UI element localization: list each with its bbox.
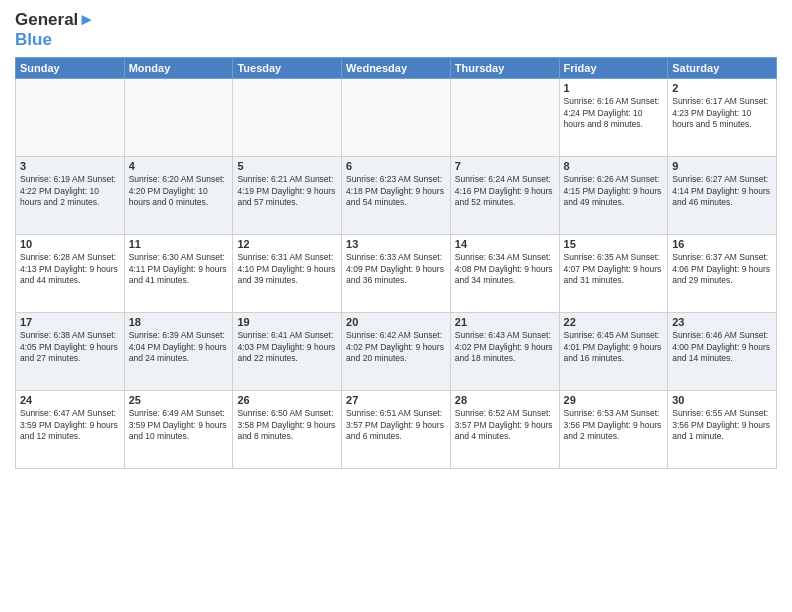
cell-info: Sunrise: 6:51 AM Sunset: 3:57 PM Dayligh… (346, 408, 446, 442)
day-number: 23 (672, 316, 772, 328)
cell-info: Sunrise: 6:49 AM Sunset: 3:59 PM Dayligh… (129, 408, 229, 442)
cell-info: Sunrise: 6:42 AM Sunset: 4:02 PM Dayligh… (346, 330, 446, 364)
cell-info: Sunrise: 6:31 AM Sunset: 4:10 PM Dayligh… (237, 252, 337, 286)
calendar-cell: 26Sunrise: 6:50 AM Sunset: 3:58 PM Dayli… (233, 391, 342, 469)
calendar-cell: 25Sunrise: 6:49 AM Sunset: 3:59 PM Dayli… (124, 391, 233, 469)
weekday-header-row: SundayMondayTuesdayWednesdayThursdayFrid… (16, 58, 777, 79)
calendar-cell: 22Sunrise: 6:45 AM Sunset: 4:01 PM Dayli… (559, 313, 668, 391)
cell-info: Sunrise: 6:17 AM Sunset: 4:23 PM Dayligh… (672, 96, 772, 130)
calendar-cell (124, 79, 233, 157)
day-number: 19 (237, 316, 337, 328)
calendar-cell: 17Sunrise: 6:38 AM Sunset: 4:05 PM Dayli… (16, 313, 125, 391)
cell-info: Sunrise: 6:46 AM Sunset: 4:00 PM Dayligh… (672, 330, 772, 364)
calendar-week-1: 1Sunrise: 6:16 AM Sunset: 4:24 PM Daylig… (16, 79, 777, 157)
calendar-cell: 1Sunrise: 6:16 AM Sunset: 4:24 PM Daylig… (559, 79, 668, 157)
calendar-cell: 14Sunrise: 6:34 AM Sunset: 4:08 PM Dayli… (450, 235, 559, 313)
calendar-cell: 2Sunrise: 6:17 AM Sunset: 4:23 PM Daylig… (668, 79, 777, 157)
calendar-cell (16, 79, 125, 157)
day-number: 28 (455, 394, 555, 406)
day-number: 30 (672, 394, 772, 406)
cell-info: Sunrise: 6:52 AM Sunset: 3:57 PM Dayligh… (455, 408, 555, 442)
cell-info: Sunrise: 6:34 AM Sunset: 4:08 PM Dayligh… (455, 252, 555, 286)
calendar-cell (233, 79, 342, 157)
calendar-cell: 9Sunrise: 6:27 AM Sunset: 4:14 PM Daylig… (668, 157, 777, 235)
cell-info: Sunrise: 6:35 AM Sunset: 4:07 PM Dayligh… (564, 252, 664, 286)
day-number: 2 (672, 82, 772, 94)
day-number: 22 (564, 316, 664, 328)
day-number: 8 (564, 160, 664, 172)
day-number: 26 (237, 394, 337, 406)
day-number: 9 (672, 160, 772, 172)
day-number: 3 (20, 160, 120, 172)
day-number: 4 (129, 160, 229, 172)
day-number: 7 (455, 160, 555, 172)
calendar-cell: 29Sunrise: 6:53 AM Sunset: 3:56 PM Dayli… (559, 391, 668, 469)
calendar-week-3: 10Sunrise: 6:28 AM Sunset: 4:13 PM Dayli… (16, 235, 777, 313)
day-number: 24 (20, 394, 120, 406)
calendar-cell: 13Sunrise: 6:33 AM Sunset: 4:09 PM Dayli… (342, 235, 451, 313)
day-number: 6 (346, 160, 446, 172)
cell-info: Sunrise: 6:20 AM Sunset: 4:20 PM Dayligh… (129, 174, 229, 208)
cell-info: Sunrise: 6:28 AM Sunset: 4:13 PM Dayligh… (20, 252, 120, 286)
calendar-cell (450, 79, 559, 157)
cell-info: Sunrise: 6:39 AM Sunset: 4:04 PM Dayligh… (129, 330, 229, 364)
calendar-table: SundayMondayTuesdayWednesdayThursdayFrid… (15, 57, 777, 469)
calendar-cell: 19Sunrise: 6:41 AM Sunset: 4:03 PM Dayli… (233, 313, 342, 391)
cell-info: Sunrise: 6:16 AM Sunset: 4:24 PM Dayligh… (564, 96, 664, 130)
cell-info: Sunrise: 6:41 AM Sunset: 4:03 PM Dayligh… (237, 330, 337, 364)
day-number: 25 (129, 394, 229, 406)
logo-text-blue: Blue (15, 30, 95, 50)
cell-info: Sunrise: 6:21 AM Sunset: 4:19 PM Dayligh… (237, 174, 337, 208)
calendar-cell: 5Sunrise: 6:21 AM Sunset: 4:19 PM Daylig… (233, 157, 342, 235)
calendar-cell: 6Sunrise: 6:23 AM Sunset: 4:18 PM Daylig… (342, 157, 451, 235)
cell-info: Sunrise: 6:45 AM Sunset: 4:01 PM Dayligh… (564, 330, 664, 364)
day-number: 27 (346, 394, 446, 406)
calendar-cell: 27Sunrise: 6:51 AM Sunset: 3:57 PM Dayli… (342, 391, 451, 469)
logo: General► Blue (15, 10, 95, 49)
cell-info: Sunrise: 6:26 AM Sunset: 4:15 PM Dayligh… (564, 174, 664, 208)
cell-info: Sunrise: 6:23 AM Sunset: 4:18 PM Dayligh… (346, 174, 446, 208)
day-number: 17 (20, 316, 120, 328)
calendar-week-2: 3Sunrise: 6:19 AM Sunset: 4:22 PM Daylig… (16, 157, 777, 235)
cell-info: Sunrise: 6:37 AM Sunset: 4:06 PM Dayligh… (672, 252, 772, 286)
calendar-cell: 20Sunrise: 6:42 AM Sunset: 4:02 PM Dayli… (342, 313, 451, 391)
day-number: 11 (129, 238, 229, 250)
weekday-header-thursday: Thursday (450, 58, 559, 79)
calendar-cell: 15Sunrise: 6:35 AM Sunset: 4:07 PM Dayli… (559, 235, 668, 313)
cell-info: Sunrise: 6:53 AM Sunset: 3:56 PM Dayligh… (564, 408, 664, 442)
calendar-cell: 24Sunrise: 6:47 AM Sunset: 3:59 PM Dayli… (16, 391, 125, 469)
calendar-cell: 3Sunrise: 6:19 AM Sunset: 4:22 PM Daylig… (16, 157, 125, 235)
cell-info: Sunrise: 6:24 AM Sunset: 4:16 PM Dayligh… (455, 174, 555, 208)
weekday-header-sunday: Sunday (16, 58, 125, 79)
weekday-header-friday: Friday (559, 58, 668, 79)
calendar-week-4: 17Sunrise: 6:38 AM Sunset: 4:05 PM Dayli… (16, 313, 777, 391)
calendar-week-5: 24Sunrise: 6:47 AM Sunset: 3:59 PM Dayli… (16, 391, 777, 469)
calendar-cell: 16Sunrise: 6:37 AM Sunset: 4:06 PM Dayli… (668, 235, 777, 313)
calendar-cell: 28Sunrise: 6:52 AM Sunset: 3:57 PM Dayli… (450, 391, 559, 469)
weekday-header-monday: Monday (124, 58, 233, 79)
day-number: 21 (455, 316, 555, 328)
calendar-cell: 4Sunrise: 6:20 AM Sunset: 4:20 PM Daylig… (124, 157, 233, 235)
calendar-cell: 18Sunrise: 6:39 AM Sunset: 4:04 PM Dayli… (124, 313, 233, 391)
cell-info: Sunrise: 6:43 AM Sunset: 4:02 PM Dayligh… (455, 330, 555, 364)
calendar-cell: 30Sunrise: 6:55 AM Sunset: 3:56 PM Dayli… (668, 391, 777, 469)
day-number: 20 (346, 316, 446, 328)
page-header: General► Blue (15, 10, 777, 49)
calendar-cell: 23Sunrise: 6:46 AM Sunset: 4:00 PM Dayli… (668, 313, 777, 391)
weekday-header-saturday: Saturday (668, 58, 777, 79)
cell-info: Sunrise: 6:55 AM Sunset: 3:56 PM Dayligh… (672, 408, 772, 442)
day-number: 18 (129, 316, 229, 328)
calendar-cell: 11Sunrise: 6:30 AM Sunset: 4:11 PM Dayli… (124, 235, 233, 313)
cell-info: Sunrise: 6:47 AM Sunset: 3:59 PM Dayligh… (20, 408, 120, 442)
cell-info: Sunrise: 6:33 AM Sunset: 4:09 PM Dayligh… (346, 252, 446, 286)
calendar-cell (342, 79, 451, 157)
cell-info: Sunrise: 6:38 AM Sunset: 4:05 PM Dayligh… (20, 330, 120, 364)
calendar-cell: 7Sunrise: 6:24 AM Sunset: 4:16 PM Daylig… (450, 157, 559, 235)
calendar-cell: 12Sunrise: 6:31 AM Sunset: 4:10 PM Dayli… (233, 235, 342, 313)
day-number: 10 (20, 238, 120, 250)
cell-info: Sunrise: 6:30 AM Sunset: 4:11 PM Dayligh… (129, 252, 229, 286)
day-number: 13 (346, 238, 446, 250)
day-number: 14 (455, 238, 555, 250)
day-number: 16 (672, 238, 772, 250)
weekday-header-tuesday: Tuesday (233, 58, 342, 79)
